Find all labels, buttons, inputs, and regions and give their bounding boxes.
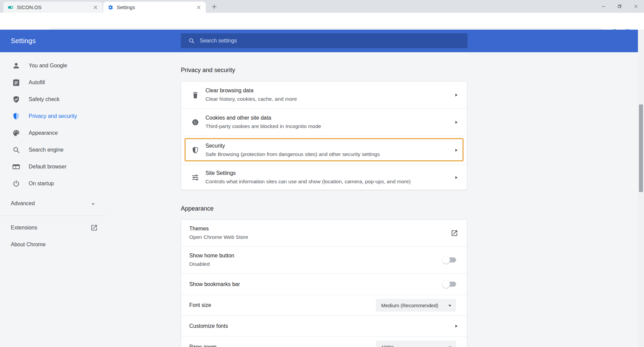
- dropdown-value: Medium (Recommended): [381, 303, 438, 308]
- browser-toolbar: Chrome | chrome://settings/privacy S: [0, 13, 644, 30]
- privacy-shield-icon: [12, 112, 20, 120]
- settings-content: You and Google Autofill Safety check Pri…: [0, 52, 638, 347]
- open-in-new-icon: [90, 224, 98, 233]
- chevron-down-icon: [91, 201, 95, 208]
- page-scrollbar: [638, 30, 644, 347]
- privacy-card: Clear browsing data Clear history, cooki…: [181, 81, 467, 190]
- tab-sicon-os[interactable]: SICON.OS: [3, 2, 103, 13]
- row-title: Show home button: [189, 252, 234, 259]
- row-title: Font size: [189, 302, 211, 309]
- sidebar-item-label: Search engine: [29, 147, 63, 153]
- row-customize-fonts[interactable]: Customize fonts: [181, 316, 467, 337]
- palette-icon: [12, 129, 20, 137]
- default-browser-icon: [12, 163, 20, 171]
- settings-search-box[interactable]: [181, 33, 468, 48]
- settings-sidebar: You and Google Autofill Safety check Pri…: [0, 52, 145, 347]
- scrollbar-thumb[interactable]: [639, 104, 643, 192]
- tab-settings[interactable]: Settings: [103, 2, 206, 13]
- row-subtitle: Controls what information sites can use …: [205, 178, 411, 186]
- show-home-button-toggle[interactable]: [443, 257, 456, 262]
- page-zoom-dropdown[interactable]: 100%: [376, 341, 456, 347]
- sicon-logo-icon: [7, 4, 13, 10]
- chevron-right-icon: [453, 174, 459, 181]
- show-bookmarks-bar-toggle[interactable]: [443, 282, 456, 287]
- row-themes[interactable]: Themes Open Chrome Web Store: [181, 220, 467, 247]
- row-title: Page zoom: [189, 343, 217, 347]
- row-title: Site Settings: [205, 169, 411, 177]
- cookie-icon: [191, 118, 199, 126]
- settings-gear-icon: [107, 4, 113, 10]
- sidebar-item-label: Appearance: [29, 130, 58, 136]
- sidebar-item-appearance[interactable]: Appearance: [0, 125, 145, 141]
- power-icon: [12, 180, 20, 188]
- row-title: Security: [205, 142, 380, 150]
- row-site-settings[interactable]: Site Settings Controls what information …: [181, 164, 467, 190]
- sidebar-item-on-startup[interactable]: On startup: [0, 175, 145, 192]
- trash-icon: [191, 91, 199, 99]
- row-show-bookmarks-bar[interactable]: Show bookmarks bar: [181, 274, 467, 295]
- row-subtitle: Safe Browsing (protection from dangerous…: [205, 150, 380, 158]
- security-shield-icon: [191, 146, 199, 154]
- row-subtitle: Third-party cookies are blocked in Incog…: [205, 122, 321, 130]
- sidebar-item-search-engine[interactable]: Search engine: [0, 141, 145, 158]
- row-show-home-button[interactable]: Show home button Disabled: [181, 247, 467, 274]
- chevron-down-icon: [448, 345, 452, 347]
- row-page-zoom: Page zoom 100%: [181, 337, 467, 347]
- advanced-label: Advanced: [11, 200, 35, 207]
- new-tab-button[interactable]: [210, 2, 219, 11]
- row-subtitle: Disabled: [189, 260, 234, 268]
- minimize-button[interactable]: [595, 0, 612, 13]
- sidebar-item-label: You and Google: [29, 63, 67, 69]
- appearance-card: Themes Open Chrome Web Store Show home b…: [181, 219, 467, 347]
- font-size-dropdown[interactable]: Medium (Recommended): [376, 299, 456, 312]
- close-window-button[interactable]: [628, 0, 644, 13]
- row-title: Clear browsing data: [205, 87, 297, 94]
- chevron-right-icon: [453, 119, 459, 126]
- page-title: Settings: [11, 30, 36, 52]
- settings-header: Settings: [0, 30, 638, 52]
- appearance-section-heading: Appearance: [181, 204, 214, 213]
- close-tab-icon[interactable]: [196, 4, 202, 10]
- tune-icon: [191, 174, 199, 182]
- row-cookies-and-site-data[interactable]: Cookies and other site data Third-party …: [181, 109, 467, 136]
- sidebar-item-autofill[interactable]: Autofill: [0, 74, 145, 91]
- row-title: Themes: [189, 225, 248, 232]
- chevron-right-icon: [453, 147, 459, 154]
- row-security[interactable]: Security Safe Browsing (protection from …: [181, 136, 467, 164]
- chevron-down-icon: [448, 303, 452, 309]
- open-in-new-icon: [451, 229, 458, 237]
- row-clear-browsing-data[interactable]: Clear browsing data Clear history, cooki…: [181, 82, 467, 109]
- sidebar-item-about-chrome[interactable]: About Chrome: [0, 236, 145, 253]
- tab-title: SICON.OS: [17, 4, 90, 10]
- row-font-size: Font size Medium (Recommended): [181, 295, 467, 316]
- search-icon: [188, 37, 195, 44]
- sidebar-item-extensions[interactable]: Extensions: [0, 219, 145, 236]
- dropdown-value: 100%: [381, 344, 394, 347]
- sidebar-item-privacy-and-security[interactable]: Privacy and security: [0, 108, 145, 125]
- sidebar-divider: [0, 216, 106, 216]
- chevron-right-icon: [453, 92, 459, 98]
- sidebar-item-label: On startup: [29, 181, 54, 187]
- extensions-label: Extensions: [11, 225, 37, 231]
- autofill-icon: [12, 78, 20, 87]
- row-subtitle: Clear history, cookies, cache, and more: [205, 95, 297, 103]
- sidebar-item-default-browser[interactable]: Default browser: [0, 158, 145, 175]
- sidebar-item-you-and-google[interactable]: You and Google: [0, 57, 145, 74]
- restore-button[interactable]: [612, 0, 628, 13]
- row-title: Cookies and other site data: [205, 114, 321, 122]
- chevron-right-icon: [453, 323, 459, 329]
- row-title: Show bookmarks bar: [189, 281, 240, 288]
- about-chrome-label: About Chrome: [11, 242, 46, 248]
- settings-search-input[interactable]: [200, 38, 463, 44]
- sidebar-advanced-toggle[interactable]: Advanced: [0, 195, 145, 212]
- sidebar-item-label: Safety check: [29, 96, 60, 102]
- tab-title: Settings: [117, 4, 193, 10]
- sidebar-item-safety-check[interactable]: Safety check: [0, 91, 145, 108]
- tab-bar: SICON.OS Settings: [0, 0, 644, 13]
- sidebar-item-label: Autofill: [29, 80, 45, 86]
- search-icon: [12, 146, 20, 154]
- row-subtitle: Open Chrome Web Store: [189, 233, 248, 241]
- person-icon: [12, 62, 20, 70]
- sidebar-item-label: Privacy and security: [29, 113, 77, 119]
- close-tab-icon[interactable]: [92, 4, 99, 10]
